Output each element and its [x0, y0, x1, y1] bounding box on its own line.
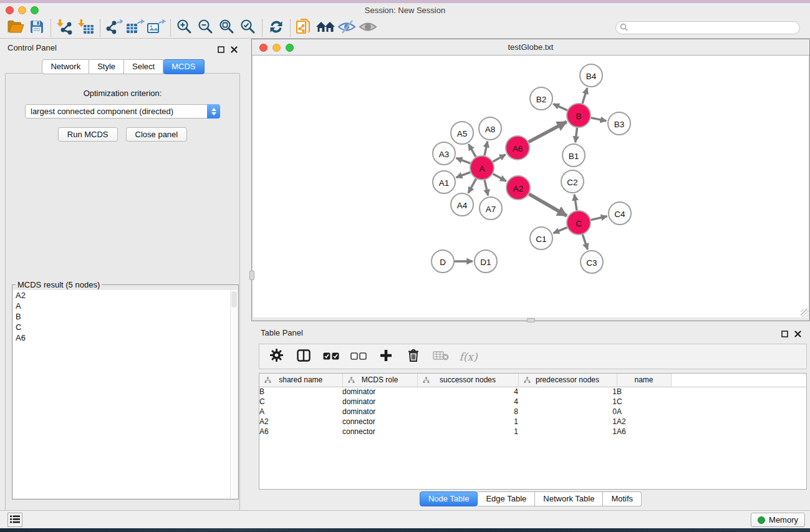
graph-edge-C-C4[interactable]	[591, 216, 607, 220]
graph-edge-C-C3[interactable]	[582, 235, 587, 249]
column-header-name[interactable]: name	[617, 374, 671, 387]
graph-edge-B-B1[interactable]	[576, 128, 577, 142]
table-cell[interactable]: 1	[518, 427, 617, 437]
graph-edge-A2-C[interactable]	[529, 194, 567, 216]
table-row[interactable]: A2connector11A2	[259, 417, 806, 427]
tab-motifs[interactable]: Motifs	[603, 491, 642, 506]
function-builder-button[interactable]: f(x)	[459, 347, 478, 366]
zoom-selected-button[interactable]	[238, 19, 259, 37]
graph-node-A1[interactable]: A1	[433, 171, 455, 193]
graph-edge-C-C1[interactable]	[553, 228, 567, 233]
table-cell[interactable]: dominator	[342, 407, 417, 417]
close-panel-icon[interactable]	[231, 44, 238, 56]
graph-node-D[interactable]: D	[432, 250, 454, 273]
tab-select[interactable]: Select	[124, 59, 163, 74]
float-panel-icon[interactable]	[218, 44, 224, 56]
criterion-dropdown[interactable]: largest connected component (directed)	[25, 104, 220, 118]
graph-node-A2[interactable]: A2	[506, 176, 530, 200]
table-cell[interactable]: A	[259, 407, 342, 417]
network-canvas[interactable]: B4B2BB3A5A8A6B1A3AC2A1A2A4A7C4CC1C3DD1	[253, 56, 808, 317]
graph-edge-A-A8[interactable]	[485, 142, 488, 156]
table-cell[interactable]: 1	[417, 417, 518, 427]
graph-node-C2[interactable]: C2	[561, 170, 584, 193]
splitter-handle-vertical[interactable]	[249, 271, 254, 280]
export-network-button[interactable]	[104, 19, 125, 37]
graph-node-B[interactable]: B	[567, 104, 591, 127]
column-header-predecessor-nodes[interactable]: predecessor nodes	[518, 374, 617, 387]
zoom-fit-button[interactable]	[216, 19, 238, 37]
table-cell[interactable]: 4	[417, 397, 518, 407]
graph-node-C4[interactable]: C4	[609, 202, 631, 225]
table-row[interactable]: Cdominator41C	[259, 397, 806, 407]
tab-edge-table[interactable]: Edge Table	[478, 491, 535, 506]
graph-node-C[interactable]: C	[567, 211, 591, 235]
table-cell[interactable]: A2	[259, 417, 342, 427]
run-mcds-button[interactable]: Run MCDS	[58, 127, 118, 142]
graph-edge-B-B2[interactable]	[553, 104, 567, 110]
table-row[interactable]: Adominator80A	[259, 407, 806, 417]
column-header-mcds-role[interactable]: MCDS role	[342, 374, 417, 387]
tab-network[interactable]: Network	[42, 59, 89, 74]
table-row[interactable]: A6connector11A6	[259, 427, 806, 437]
zoom-out-button[interactable]	[195, 19, 216, 37]
export-image-button[interactable]	[146, 19, 167, 37]
search-input[interactable]	[630, 24, 796, 32]
table-cell[interactable]: A6	[617, 427, 671, 437]
graph-node-B4[interactable]: B4	[580, 64, 602, 87]
tab-network-table[interactable]: Network Table	[535, 491, 603, 506]
save-session-button[interactable]	[26, 19, 47, 37]
mcds-result-item[interactable]: B	[13, 311, 238, 322]
graph-edge-B-B4[interactable]	[582, 88, 587, 104]
table-cell[interactable]: C	[617, 397, 671, 407]
graph-node-D1[interactable]: D1	[475, 250, 497, 273]
first-neighbors-button[interactable]	[315, 19, 336, 37]
table-cell[interactable]: A2	[617, 417, 671, 427]
table-cell[interactable]: connector	[342, 417, 417, 427]
close-panel-icon[interactable]	[794, 329, 801, 340]
hide-details-button[interactable]	[336, 19, 357, 37]
graph-edge-A-A4[interactable]	[468, 179, 476, 193]
panel-menu-button[interactable]	[7, 513, 22, 527]
column-header-shared-name[interactable]: shared name	[259, 374, 342, 387]
table-cell[interactable]: connector	[342, 427, 417, 437]
table-cell[interactable]: 0	[518, 407, 617, 417]
graph-node-C1[interactable]: C1	[530, 227, 552, 249]
graph-node-C3[interactable]: C3	[581, 251, 603, 273]
table-settings-button[interactable]	[267, 347, 286, 366]
graph-edge-A-A2[interactable]	[493, 174, 506, 181]
table-cell[interactable]: dominator	[342, 387, 417, 397]
table-cell[interactable]: C	[259, 397, 342, 407]
column-header-successor-nodes[interactable]: successor nodes	[417, 374, 518, 387]
memory-button[interactable]: Memory	[751, 513, 805, 527]
table-cell[interactable]: 1	[417, 427, 518, 437]
graph-node-A3[interactable]: A3	[433, 142, 455, 165]
export-table-button[interactable]	[125, 19, 146, 37]
table-cell[interactable]: 1	[518, 387, 617, 397]
deselect-all-button[interactable]	[349, 347, 368, 366]
apply-layout-button[interactable]	[266, 19, 287, 37]
import-table-button[interactable]	[75, 19, 97, 37]
new-network-from-selection-button[interactable]	[294, 19, 315, 37]
table-cell[interactable]: 4	[417, 387, 518, 397]
graph-node-A4[interactable]: A4	[451, 193, 473, 216]
graph-node-B1[interactable]: B1	[562, 144, 585, 167]
table-cell[interactable]: 1	[518, 397, 617, 407]
graph-node-A5[interactable]: A5	[451, 122, 473, 144]
graph-edge-A-A3[interactable]	[456, 158, 471, 163]
table-row[interactable]: Bdominator41B	[259, 387, 806, 397]
graph-node-B3[interactable]: B3	[608, 112, 630, 135]
table-cell[interactable]: B	[617, 387, 671, 397]
create-column-button[interactable]	[377, 347, 395, 366]
graph-edge-C-C2[interactable]	[574, 195, 577, 210]
table-cell[interactable]: B	[259, 387, 342, 397]
graph-edge-A6-B[interactable]	[529, 122, 567, 142]
table-cell[interactable]: A6	[259, 427, 342, 437]
float-panel-icon[interactable]	[781, 329, 788, 340]
import-network-button[interactable]	[54, 19, 75, 37]
table-cell[interactable]: 8	[417, 407, 518, 417]
graph-edge-A-A7[interactable]	[485, 180, 488, 196]
window-resize-grip[interactable]	[801, 309, 809, 317]
graph-edge-A-A1[interactable]	[456, 172, 471, 178]
table-cell[interactable]: A	[617, 407, 671, 417]
close-panel-button[interactable]: Close panel	[126, 127, 188, 142]
